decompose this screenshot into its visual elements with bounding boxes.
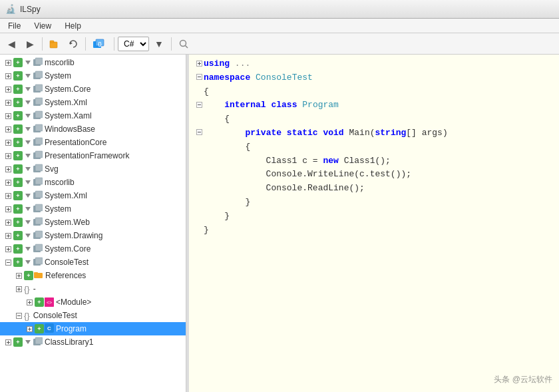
svg-rect-107 — [34, 272, 38, 274]
tree-item[interactable]: +mscorlib — [0, 56, 186, 69]
tree-item[interactable]: +System.Xml — [0, 189, 186, 202]
expand-icon[interactable] — [3, 217, 13, 228]
svg-marker-77 — [25, 207, 31, 211]
tree-item[interactable]: +mscorlib — [0, 176, 186, 189]
expand-icon[interactable] — [3, 110, 13, 121]
forward-button[interactable]: ▶ — [21, 36, 39, 52]
menu-file[interactable]: File — [3, 20, 26, 32]
tree-item[interactable]: +Svg — [0, 162, 186, 176]
tree-item-label: PresentationCore — [45, 138, 106, 147]
fold-button — [194, 85, 204, 97]
expand-icon[interactable] — [3, 230, 13, 241]
expand-icon[interactable] — [3, 57, 13, 68]
code-line: Console.WriteLine(c.test()); — [194, 168, 554, 182]
svg-marker-11 — [25, 61, 31, 65]
expand-icon[interactable] — [3, 244, 13, 254]
tree-item[interactable]: +References — [0, 269, 186, 282]
expand-icon[interactable] — [3, 84, 13, 95]
expand-icon[interactable] — [3, 177, 13, 188]
lib-icon — [33, 164, 43, 175]
expand-icon[interactable] — [3, 150, 13, 161]
svg-point-6 — [180, 40, 186, 46]
expand-icon[interactable] — [3, 97, 13, 108]
lib-icon — [33, 84, 43, 95]
tree-item[interactable]: +System.Core — [0, 242, 186, 256]
fold-button[interactable] — [194, 71, 204, 83]
svg-marker-59 — [25, 167, 31, 171]
expand-icon[interactable] — [3, 164, 13, 174]
tree-item[interactable]: +<><Module> — [0, 295, 186, 309]
expand-icon[interactable] — [13, 284, 24, 294]
menu-help[interactable]: Help — [59, 20, 87, 32]
fold-button — [194, 168, 204, 180]
plus-icon: + — [35, 297, 44, 307]
plus-icon: + — [13, 164, 23, 174]
code-line: } — [194, 196, 554, 210]
arrow-icon — [23, 98, 33, 107]
menu-view[interactable]: View — [29, 20, 57, 32]
code-line: { — [194, 112, 554, 126]
tree-item[interactable]: +ConsoleTest — [0, 256, 186, 269]
tree-item[interactable]: +System.Core — [0, 83, 186, 96]
toolbar-separator-3 — [114, 37, 114, 51]
expand-icon[interactable] — [3, 124, 13, 134]
svg-rect-67 — [35, 178, 43, 184]
tree-item[interactable]: +PresentationCore — [0, 136, 186, 149]
arrow-icon — [23, 138, 33, 147]
search-icon — [175, 36, 192, 52]
plus-icon: + — [13, 218, 23, 227]
tree-item[interactable]: {}ConsoleTest — [0, 309, 186, 322]
expand-icon[interactable] — [3, 204, 13, 214]
expand-icon[interactable] — [3, 257, 13, 268]
lang-dropdown-arrow[interactable]: ▼ — [150, 36, 168, 52]
watermark: 头条 @云坛软件 — [494, 374, 552, 385]
tree-item[interactable]: +CProgram — [0, 322, 186, 335]
tree-item[interactable]: +System.Xaml — [0, 109, 186, 122]
expand-icon[interactable] — [13, 310, 24, 321]
assembly-button[interactable]: {} — [89, 36, 110, 52]
tree-item-label: - — [33, 284, 36, 294]
expand-icon[interactable] — [3, 190, 13, 201]
tree-item[interactable]: +WindowsBase — [0, 122, 186, 136]
fold-button[interactable] — [194, 98, 204, 110]
code-text: Class1 c = new Class1(); — [204, 154, 554, 168]
tree-item[interactable]: +System — [0, 202, 186, 216]
language-select[interactable]: C# VB IL — [118, 37, 149, 51]
tree-item[interactable]: {}- — [0, 282, 186, 295]
plus-icon: + — [13, 111, 23, 120]
expand-icon[interactable] — [24, 297, 35, 307]
expand-icon[interactable] — [3, 137, 13, 148]
tree-item-label: ConsoleTest — [45, 258, 89, 267]
folder-icon — [34, 271, 43, 281]
tree-item[interactable]: +System.Xml — [0, 96, 186, 109]
svg-text:C: C — [47, 325, 51, 331]
expand-icon[interactable] — [3, 337, 13, 347]
expand-icon[interactable] — [24, 323, 35, 334]
tree-item[interactable]: +System.Drawing — [0, 229, 186, 242]
expand-icon[interactable] — [13, 270, 24, 281]
tree-item[interactable]: +ClassLibrary1 — [0, 335, 186, 349]
open-button[interactable] — [46, 36, 63, 52]
lib-icon — [33, 204, 43, 215]
tree-item[interactable]: +PresentationFramework — [0, 149, 186, 162]
fold-button[interactable] — [194, 57, 204, 69]
lib-icon — [33, 71, 43, 82]
fold-button — [194, 196, 204, 208]
namespace-icon: {} — [24, 284, 30, 294]
svg-rect-55 — [35, 151, 43, 158]
back-button[interactable]: ◀ — [3, 36, 20, 52]
expand-icon[interactable] — [3, 71, 13, 81]
svg-marker-95 — [25, 247, 31, 251]
tree-item[interactable]: +System.Web — [0, 216, 186, 229]
plus-icon: + — [13, 244, 23, 254]
code-line: { — [194, 85, 554, 99]
code-text: Console.WriteLine(c.test()); — [204, 168, 554, 182]
code-text: { — [204, 112, 554, 126]
tree-item[interactable]: +System — [0, 69, 186, 83]
tree-item-label: System.Core — [45, 85, 91, 94]
tree-item-icons: +C — [35, 323, 54, 335]
refresh-button[interactable] — [65, 36, 82, 52]
tree-item-icons: + — [13, 217, 43, 228]
fold-button[interactable] — [194, 126, 204, 138]
code-text: { — [204, 85, 554, 99]
